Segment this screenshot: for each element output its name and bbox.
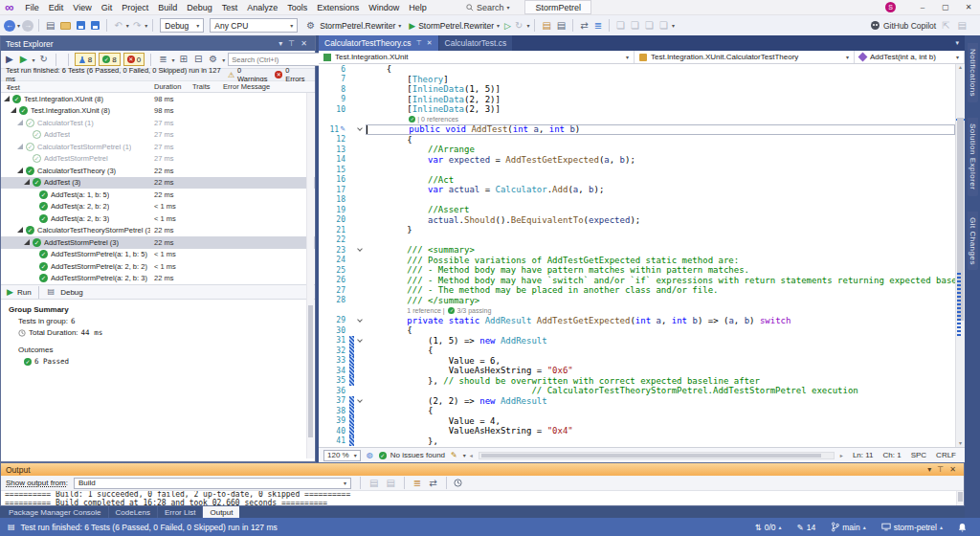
code-line[interactable]: 9 [InlineData(2, 2)] <box>319 95 955 105</box>
menu-item-extensions[interactable]: Extensions <box>312 3 364 12</box>
test-tree-row[interactable]: ✓AddTest(a: 1, b: 5)22 ms <box>1 189 315 201</box>
test-tree-row[interactable]: ✓CalculatorTestTheoryStormPetrel (3)22 m… <box>1 225 315 237</box>
codelens-status[interactable]: 3/3 passing <box>457 307 491 314</box>
breadcrumb-member[interactable]: AddTest(int a, int b)▾ <box>855 51 965 63</box>
account-avatar[interactable]: S <box>885 2 896 12</box>
branch-selector[interactable]: main▴ <box>831 522 865 532</box>
codelens-references[interactable]: 1 reference | <box>407 307 446 314</box>
collapse-chevron-icon[interactable] <box>357 397 363 403</box>
test-tree-row[interactable]: ✓Test.Integration.XUnit (8)98 ms <box>1 105 315 118</box>
solution-explorer-icon[interactable]: ▤ <box>555 20 568 32</box>
scroll-left-icon[interactable]: ◂ <box>470 452 473 458</box>
go-to-message-icon[interactable]: ▤ <box>368 478 380 489</box>
code-line[interactable]: 7 [Theory] <box>319 75 955 85</box>
code-line[interactable]: 23 /// <summary> <box>319 245 955 256</box>
find-in-files-icon[interactable]: ▤ <box>540 20 552 32</box>
expander-icon[interactable] <box>16 119 25 127</box>
hot-reload-icon[interactable]: ↻ <box>513 20 524 32</box>
test-tree-row[interactable]: ✓AddTest (3)22 ms <box>1 177 315 190</box>
test-tree-row[interactable]: ✓Test.Integration.XUnit (8)98 ms <box>1 93 315 105</box>
menu-item-analyze[interactable]: Analyze <box>242 3 282 12</box>
tab-group-menu-icon[interactable]: ▾ <box>955 35 965 51</box>
expander-icon[interactable] <box>3 95 11 103</box>
code-line[interactable]: 37 (2, 2) => new AddResult <box>319 396 955 407</box>
test-tree-row[interactable]: ✓CalculatorTestTheory (3)22 ms <box>1 165 315 177</box>
spaces-indicator[interactable]: SPC <box>911 451 926 459</box>
pin-icon[interactable]: ⊤ <box>934 465 947 474</box>
test-tree-row[interactable]: ✓AddTest(a: 2, b: 3)< 1 ms <box>1 212 315 225</box>
repeat-last-run-icon[interactable]: ↻ <box>37 54 49 65</box>
run-tests-icon[interactable]: ▶ <box>18 54 30 65</box>
filter-failed-badge[interactable]: ✕ 0 <box>123 53 145 66</box>
code-line[interactable]: 34 ValueAsHexString = "0x6" <box>319 366 955 376</box>
expander-icon[interactable] <box>23 238 32 247</box>
screen-icon[interactable]: ▤ <box>956 20 969 32</box>
search-control[interactable]: Search ▾ <box>466 3 510 12</box>
sync-commits-button[interactable]: ⇅0/0▴ <box>755 523 782 532</box>
eol-indicator[interactable]: CRLF <box>936 451 956 459</box>
code-line[interactable]: 12 { <box>319 135 955 145</box>
code-line[interactable]: 27 /// - The method may be placed in ano… <box>319 285 955 296</box>
test-tree-row[interactable]: ✓AddTestStormPetrel27 ms <box>1 153 315 166</box>
code-line[interactable]: 15 <box>319 165 955 175</box>
collapse-all-icon[interactable]: ⊟ <box>192 54 204 65</box>
test-tree-row[interactable]: ✓AddTestStormPetrel(a: 2, b: 3)22 ms <box>1 273 315 285</box>
test-explorer-scrollbar[interactable] <box>306 93 314 458</box>
expander-icon[interactable] <box>16 226 25 234</box>
codelens-row[interactable]: ✓| 0 references <box>319 115 955 125</box>
save-icon[interactable] <box>77 21 85 30</box>
startup-project-select[interactable]: ⚙ StormPetrel.Rewriter ▾ <box>301 20 404 32</box>
code-line[interactable]: 38 { <box>319 406 955 416</box>
filter-total-badge[interactable]: 8 <box>75 53 96 66</box>
debug-button[interactable]: Debug <box>60 288 83 297</box>
run-all-tests-icon[interactable]: ▶ <box>4 54 15 65</box>
repository-selector[interactable]: storm-petrel▴ <box>881 523 943 532</box>
expander-icon[interactable] <box>16 143 25 151</box>
codelens-row[interactable]: 1 reference | ✓3/3 passing <box>319 305 955 316</box>
tool-tab-notifications[interactable]: Notifications <box>968 43 978 102</box>
output-source-select[interactable]: Build▾ <box>74 478 351 489</box>
code-line[interactable]: 21 } <box>319 225 955 235</box>
undo-icon[interactable]: ↶ <box>112 20 123 32</box>
scrollbar-thumb[interactable] <box>308 305 313 437</box>
navigate-forward-button[interactable]: → <box>22 20 33 32</box>
menu-item-view[interactable]: View <box>68 3 96 12</box>
close-button[interactable]: ✕ <box>957 0 980 14</box>
architecture-icon[interactable]: ≣ <box>592 20 604 32</box>
code-line[interactable]: 28 /// </summary> <box>319 296 955 306</box>
toolbar-overflow-icon[interactable]: ▾ <box>672 22 675 29</box>
filter-passed-badge[interactable]: ✓ 8 <box>99 53 120 66</box>
menu-item-project[interactable]: Project <box>117 3 153 12</box>
health-indicator-icon[interactable]: ◍ <box>365 450 375 461</box>
settings-gear-icon[interactable]: ⚙ <box>207 54 219 65</box>
test-tree-row[interactable]: ✓AddTestStormPetrel(a: 2, b: 2)< 1 ms <box>1 260 315 273</box>
platform-select[interactable]: Any CPU▾ <box>210 18 298 33</box>
feedback-icon[interactable]: ⇱ <box>940 20 951 32</box>
menu-item-debug[interactable]: Debug <box>182 3 217 12</box>
word-wrap-icon[interactable]: ≣ <box>412 478 423 489</box>
stormpetrel-pencil-icon[interactable]: ✎ <box>340 125 345 133</box>
chevron-down-icon[interactable]: ▾ <box>32 56 34 63</box>
output-scrollbar[interactable] <box>956 491 964 505</box>
start-debug-button[interactable]: ▶ StormPetrel.Rewriter ▾ <box>406 21 502 31</box>
menu-item-build[interactable]: Build <box>153 3 182 12</box>
swap-icon[interactable]: ⇄ <box>578 20 590 32</box>
bookmark-clear-icon[interactable]: ❏ <box>657 20 670 32</box>
code-line[interactable]: 22 <box>319 235 955 246</box>
maximize-button[interactable]: ▢ <box>934 0 957 14</box>
close-icon[interactable]: ✕ <box>427 39 433 47</box>
document-tab[interactable]: CalculatorTest.cs <box>439 35 513 51</box>
code-line[interactable]: 14 var expected = AddTestGetExpected(a, … <box>319 155 955 166</box>
test-tree-row[interactable]: ✓AddTest27 ms <box>1 129 315 142</box>
code-line[interactable]: 36 // CalculatorTestTheoryStormPetrel.Ad… <box>319 386 955 396</box>
test-tree-row[interactable]: ✓CalculatorTestStormPetrel (1)27 ms <box>1 141 315 153</box>
editor-vertical-scrollbar[interactable]: ▴ ▾ <box>955 64 965 447</box>
save-all-icon[interactable] <box>91 21 100 30</box>
menu-item-tools[interactable]: Tools <box>282 3 312 12</box>
code-line[interactable]: 17 var actual = Calculator.Add(a, b); <box>319 185 955 195</box>
expand-all-icon[interactable]: ⊞ <box>178 54 189 65</box>
expander-icon[interactable] <box>16 167 25 175</box>
breadcrumb-class[interactable]: Test.Integration.XUnit.CalculatorTestThe… <box>635 51 855 63</box>
collapse-chevron-icon[interactable] <box>357 125 363 131</box>
code-line[interactable]: 18 <box>319 195 955 206</box>
